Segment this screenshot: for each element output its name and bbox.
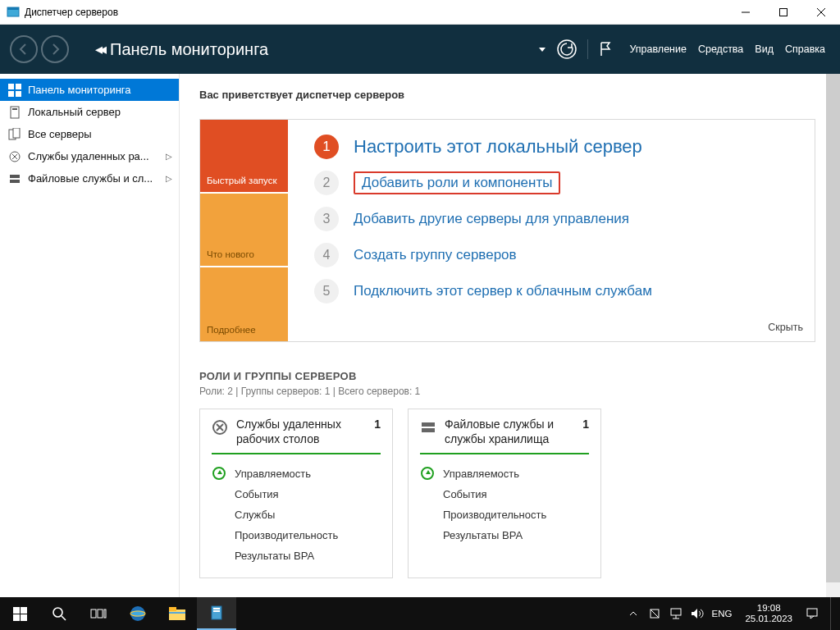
tile-tab-learnmore[interactable]: Подробнее [200,267,288,341]
tray-notifications-icon[interactable] [806,607,819,620]
step-label[interactable]: Добавить другие серверы для управления [354,211,629,227]
step-label[interactable]: Настроить этот локальный сервер [354,136,642,158]
card-count: 1 [582,418,589,431]
close-button[interactable] [802,0,840,25]
sidebar: Панель мониторинга Локальный сервер Все … [0,74,180,597]
hide-link[interactable]: Скрыть [768,322,803,333]
svg-rect-22 [21,607,27,614]
maximize-button[interactable] [765,0,802,25]
card-row-performance[interactable]: Производительность [212,525,381,546]
tray-volume-icon[interactable] [691,607,704,620]
minimize-button[interactable] [727,0,765,25]
taskbar-server-manager-button[interactable] [197,597,236,630]
card-row-events[interactable]: События [212,484,381,504]
sidebar-item-label: Все серверы [28,128,92,140]
card-row-performance[interactable]: Производительность [420,504,589,525]
svg-rect-14 [13,128,20,138]
card-row-events[interactable]: События [420,484,589,504]
sidebar-item-label: Локальный сервер [28,106,121,118]
svg-rect-7 [8,84,14,89]
svg-rect-17 [10,180,20,183]
refresh-button[interactable] [556,39,578,60]
tile-tab-whatsnew[interactable]: Что нового [200,194,288,267]
nav-forward-button[interactable] [41,35,69,63]
app-icon [7,6,20,19]
card-row-manageability[interactable]: Управляемость [212,463,381,484]
step-configure-local[interactable]: 1 Настроить этот локальный сервер [314,135,797,159]
task-view-button[interactable] [79,597,118,630]
menu-manage[interactable]: Управление [629,43,687,55]
app-header: ◂◂ Панель мониторинга Управление Средств… [0,25,840,74]
menu-tools[interactable]: Средства [698,43,743,55]
tile-tab-quickstart[interactable]: Быстрый запуск [200,120,288,194]
card-row-manageability[interactable]: Управляемость [420,463,589,484]
step-add-roles[interactable]: 2 Добавить роли и компоненты [314,171,797,195]
breadcrumb-chevron-icon: ◂◂ [95,40,103,58]
nav-back-button[interactable] [10,35,38,63]
start-button[interactable] [0,597,39,630]
show-desktop-button[interactable] [830,597,835,630]
step-label[interactable]: Создать группу серверов [354,247,517,263]
sidebar-item-label: Файловые службы и сл... [28,172,153,185]
svg-rect-8 [16,84,21,89]
svg-rect-24 [21,614,27,621]
servers-icon [8,128,21,141]
step-create-group[interactable]: 4 Создать группу серверов [314,243,797,267]
svg-rect-21 [13,607,20,614]
card-row-services[interactable]: Службы [212,504,381,525]
step-number: 4 [314,243,339,267]
sidebar-item-remote-desktop[interactable]: Службы удаленных ра... ▷ [0,145,179,167]
sidebar-item-label: Панель мониторинга [28,84,131,96]
card-status-bar [420,453,589,454]
sidebar-item-file-services[interactable]: Файловые службы и сл... ▷ [0,167,179,189]
step-label[interactable]: Добавить роли и компоненты [354,171,560,194]
card-row-bpa[interactable]: Результаты BPA [420,525,589,546]
chevron-right-icon: ▷ [166,174,172,183]
svg-rect-36 [213,608,220,609]
sidebar-item-local-server[interactable]: Локальный сервер [0,101,179,123]
tray-security-icon[interactable] [648,607,661,620]
taskbar-ie-button[interactable] [118,597,158,630]
step-cloud-connect[interactable]: 5 Подключить этот сервер к облачным служ… [314,279,797,304]
step-number: 1 [314,135,339,159]
roles-heading: РОЛИ И ГРУППЫ СЕРВЕРОВ [199,370,815,382]
remote-desktop-icon [8,150,21,163]
svg-rect-29 [104,609,106,618]
scrollbar-thumb[interactable] [826,74,840,582]
file-services-icon [420,419,436,436]
content-area: Вас приветствует диспетчер серверов Быст… [180,74,840,597]
taskbar-explorer-button[interactable] [158,597,197,630]
menu-help[interactable]: Справка [785,43,825,55]
svg-rect-28 [98,609,103,618]
chevron-right-icon: ▷ [166,152,172,161]
sidebar-item-all-servers[interactable]: Все серверы [0,123,179,145]
tray-clock[interactable]: 19:08 25.01.2023 [745,603,792,624]
card-row-bpa[interactable]: Результаты BPA [212,546,381,566]
notifications-flag-icon[interactable] [598,41,613,57]
step-label[interactable]: Подключить этот сервер к облачным служба… [354,283,652,299]
svg-rect-19 [422,422,435,427]
svg-rect-37 [213,610,220,612]
sidebar-item-label: Службы удаленных ра... [28,150,149,162]
role-card-remote-desktop[interactable]: Службы удаленных рабочих столов 1 Управл… [199,409,393,578]
taskbar: ENG 19:08 25.01.2023 [0,597,840,630]
svg-rect-3 [780,8,788,16]
svg-rect-23 [13,614,20,621]
server-icon [8,106,21,119]
tray-language[interactable]: ENG [712,609,733,619]
svg-rect-39 [671,609,681,615]
role-card-file-services[interactable]: Файловые службы и службы хранилища 1 Упр… [408,409,601,578]
taskbar-search-button[interactable] [39,597,79,630]
file-services-icon [8,172,21,185]
sidebar-item-dashboard[interactable]: Панель мониторинга [0,79,179,101]
svg-rect-9 [8,91,14,97]
status-up-icon [421,467,434,480]
card-count: 1 [374,418,381,431]
welcome-heading: Вас приветствует диспетчер серверов [199,89,815,101]
step-number: 2 [314,171,339,195]
menu-view[interactable]: Вид [755,43,774,55]
step-add-servers[interactable]: 3 Добавить другие серверы для управления [314,207,797,231]
tray-overflow-icon[interactable] [627,607,640,620]
tray-network-icon[interactable] [669,607,682,620]
header-dropdown-icon[interactable] [538,45,546,53]
